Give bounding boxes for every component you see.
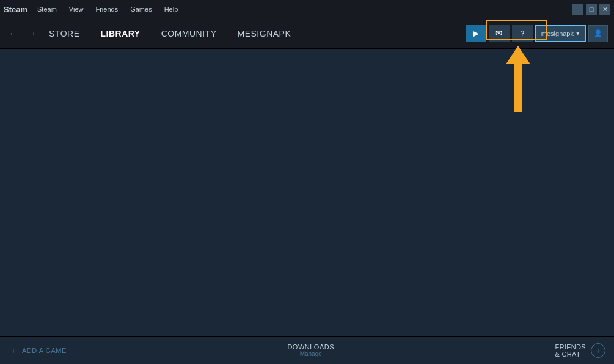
close-button[interactable]: ✕ [599,4,610,15]
dropdown-icon: ▾ [576,29,580,37]
title-bar-right: – □ ✕ [572,4,610,15]
nav-bar: ← → STORE LIBRARY COMMUNITY MESIGNAPK ▶ … [0,18,614,49]
friends-chat-label: FRIENDS & CHAT [555,343,586,358]
minimize-button[interactable]: – [572,4,583,15]
title-bar: Steam Steam View Friends Games Help – □ … [0,0,614,18]
add-game-button[interactable]: + ADD A GAME [9,346,67,355]
forward-arrow[interactable]: → [24,27,39,40]
manage-label: Manage [287,351,334,357]
avatar-button[interactable]: 👤 [588,25,608,42]
downloads-label: DOWNLOADS [287,343,334,351]
friends-chat-button[interactable]: FRIENDS & CHAT + [555,343,605,358]
bottom-bar: + ADD A GAME DOWNLOADS Manage FRIENDS & … [0,336,614,364]
nav-library[interactable]: LIBRARY [99,26,141,41]
arrow-shaft [514,63,522,112]
title-bar-left: Steam Steam View Friends Games Help [4,4,180,14]
avatar-icon: 👤 [594,29,602,37]
arrow-annotation [506,46,530,112]
menu-games[interactable]: Games [128,4,154,14]
broadcast-button[interactable]: ▶ [466,25,486,42]
friends-message-button[interactable]: ✉ [489,25,510,42]
menu-friends[interactable]: Friends [93,4,120,14]
steam-logo: Steam [4,5,27,14]
user-profile-button[interactable]: mesignapk ▾ [535,25,586,42]
downloads-button[interactable]: DOWNLOADS Manage [287,343,334,357]
friends-chat-icon: + [591,343,605,358]
menu-help[interactable]: Help [162,4,181,14]
add-game-plus-icon: + [9,346,18,355]
help-button[interactable]: ? [512,25,533,42]
username-label: mesignapk [541,30,574,37]
back-arrow[interactable]: ← [6,27,21,40]
restore-button[interactable]: □ [586,4,597,15]
nav-store[interactable]: STORE [48,26,81,41]
nav-arrows: ← → [6,27,39,40]
nav-community[interactable]: COMMUNITY [160,26,218,41]
nav-links: STORE LIBRARY COMMUNITY MESIGNAPK [48,26,466,41]
menu-view[interactable]: View [67,4,86,14]
arrow-head [506,46,530,64]
nav-username[interactable]: MESIGNAPK [236,26,293,41]
menu-steam[interactable]: Steam [35,4,59,14]
add-game-label: ADD A GAME [22,347,67,354]
top-right-controls: ▶ ✉ ? mesignapk ▾ 👤 [466,25,608,42]
